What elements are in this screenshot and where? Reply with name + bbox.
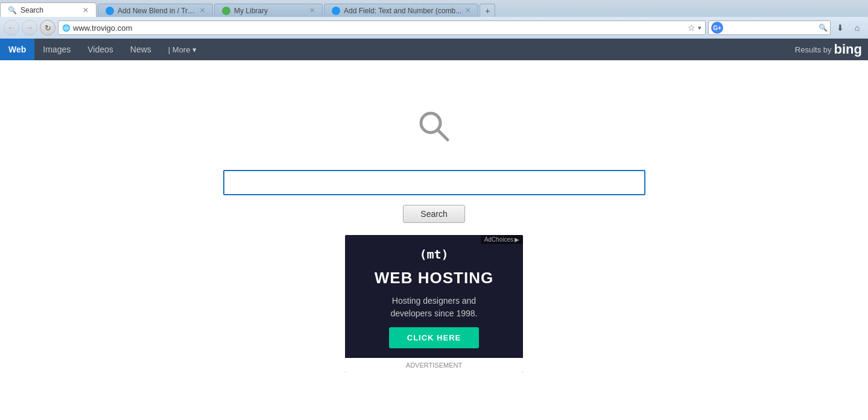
tab4-favicon [332,7,340,15]
ad-choices-label: AdChoices [484,236,513,243]
tab3-close-icon[interactable]: ✕ [309,7,315,14]
browser-extra-buttons: ⬇ ⌂ [833,20,864,35]
ad-choices-icon: ▶ [515,236,519,243]
bookmark-star-icon[interactable]: ☆ [688,23,695,33]
tab-close-icon[interactable]: ✕ [83,6,89,14]
new-tab-button[interactable]: + [480,4,495,17]
main-search-icon [416,108,452,152]
nav-bar: Web Images Videos News | More ▾ Results … [0,39,868,60]
address-bar-row: ← → ↻ 🌐 www.trovigo.com ☆ ▾ G+ 🔍 ⬇ ⌂ [0,17,868,39]
ad-headline: WEB HOSTING [375,269,493,287]
nav-item-images[interactable]: Images [34,39,79,60]
google-search-box[interactable]: G+ 🔍 [708,20,831,35]
download-button[interactable]: ⬇ [833,20,847,35]
tab-4-label: Add Field: Text and Number (comb... [344,7,461,15]
nav-results-by: Results by bing [795,42,868,57]
tab-4[interactable]: Add Field: Text and Number (comb... ✕ [324,4,478,17]
tab-3-label: My Library [234,7,268,15]
ad-body: (mt) WEB HOSTING Hosting designers andde… [345,235,523,358]
nav-item-web[interactable]: Web [0,39,34,60]
search-box-wrap: Search [223,170,645,223]
main-search-button[interactable]: Search [403,205,464,223]
google-search-go-button[interactable]: 🔍 [819,24,828,32]
ad-footer: ADVERTISEMENT [345,358,523,372]
browser-chrome: 🔍 Search ✕ Add New Blend in / Trop... ✕ … [0,0,868,39]
search-icon-tab: 🔍 [8,6,17,14]
ad-cta-button[interactable]: CLICK HERE [389,327,479,348]
nav-item-videos[interactable]: Videos [79,39,122,60]
main-search-input[interactable] [223,170,645,195]
nav-item-more[interactable]: | More ▾ [160,39,205,60]
google-search-input[interactable] [726,24,816,32]
tab2-close-icon[interactable]: ✕ [200,7,205,14]
bookmark-dropdown-icon[interactable]: ▾ [698,24,702,32]
tab-2[interactable]: Add New Blend in / Trop... ✕ [98,4,213,17]
tab-search[interactable]: 🔍 Search ✕ [0,2,97,17]
lock-icon: 🌐 [62,24,71,32]
address-bar[interactable]: 🌐 www.trovigo.com ☆ ▾ [58,20,706,35]
tab-2-label: Add New Blend in / Trop... [118,7,196,15]
address-text: www.trovigo.com [73,24,685,33]
refresh-button[interactable]: ↻ [40,20,55,36]
tab-bar: 🔍 Search ✕ Add New Blend in / Trop... ✕ … [0,0,868,17]
tab-3[interactable]: My Library ✕ [214,4,323,17]
ad-choices-bar[interactable]: AdChoices ▶ [481,235,523,244]
nav-item-news[interactable]: News [122,39,160,60]
tab2-favicon [106,7,114,15]
bing-logo: bing [834,42,862,57]
tab4-close-icon[interactable]: ✕ [465,7,470,14]
ad-container: AdChoices ▶ (mt) WEB HOSTING Hosting des… [345,235,523,372]
back-button[interactable]: ← [4,20,19,36]
tab3-favicon [222,7,230,15]
home-button[interactable]: ⌂ [850,20,864,35]
ad-subtext: Hosting designers anddevelopers since 19… [391,295,478,320]
google-logo: G+ [711,22,723,34]
ad-logo: (mt) [419,247,448,262]
tab-search-label: Search [21,6,43,14]
main-content: Search AdChoices ▶ (mt) WEB HOSTING Host… [0,60,868,372]
results-by-label: Results by [795,45,832,54]
forward-button[interactable]: → [22,20,37,36]
svg-line-1 [438,130,448,140]
